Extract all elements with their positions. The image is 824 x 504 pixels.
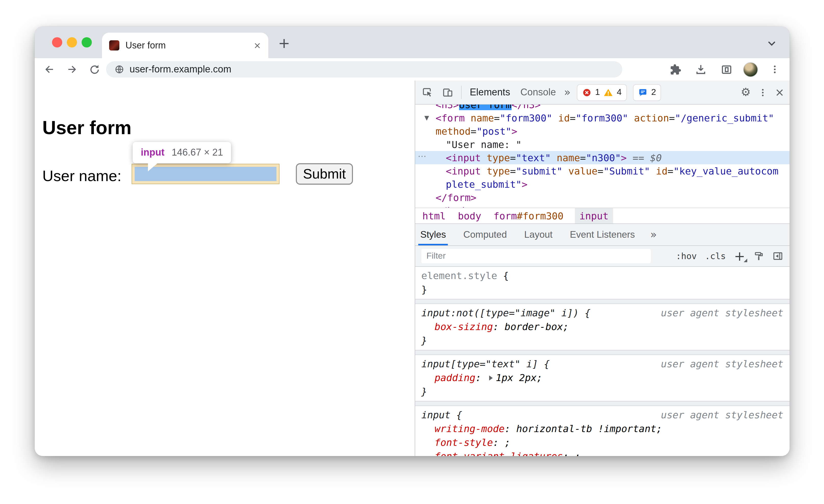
close-window-button[interactable] [52,37,62,47]
url-text: user-form.example.com [129,64,231,75]
dom-tree-line[interactable]: ▼<form name="form300" id="form300" actio… [415,111,790,124]
devtools-menu-icon[interactable] [758,88,767,97]
zoom-window-button[interactable] [82,37,92,47]
tooltip-element-size: 146.67 × 21 [172,147,223,158]
browser-window: User form + [35,26,790,456]
node-menu-icon[interactable]: ⋯ [418,149,426,163]
css-property[interactable]: writing-mode: horizontal-tb !important; [421,422,784,436]
warning-icon [604,88,613,97]
message-count: 2 [651,87,656,97]
dom-tree-line[interactable]: ⋯<input type="text" name="n300"> == $0 [415,151,790,164]
rule-selector: input:not([type="image" i]) { [421,306,590,320]
toggle-classes[interactable]: .cls [705,251,726,261]
css-property[interactable]: font-style: ; [421,436,784,449]
devtools-close-icon[interactable] [775,88,785,97]
message-icon [638,88,647,97]
dom-tree-line[interactable]: </body> [415,204,790,208]
styles-filter-row: :hov .cls + [415,246,790,267]
page-viewport: User form input 146.67 × 21 User name: S… [35,81,415,456]
inspect-tooltip: input 146.67 × 21 [133,142,231,163]
dom-tree-line[interactable]: "User name: " [415,138,790,151]
rule-origin: user agent stylesheet [651,306,784,320]
reload-button[interactable] [86,61,103,78]
style-rule[interactable]: input[type="text" i] {user agent stylesh… [415,355,790,401]
breadcrumb-item[interactable]: html [421,208,447,223]
username-label: User name: [42,167,121,185]
minimize-window-button[interactable] [67,37,77,47]
favicon [109,40,119,51]
window-content: User form input 146.67 × 21 User name: S… [35,81,790,456]
css-property[interactable]: box-sizing: border-box; [421,320,784,334]
devtools-tab-console[interactable]: Console [518,87,558,98]
rule-close-brace: } [421,283,784,296]
site-info-icon[interactable] [114,64,124,75]
profile-avatar[interactable] [743,62,758,77]
section-divider [415,350,790,355]
rule-origin: user agent stylesheet [651,357,784,371]
browser-toolbar: user-form.example.com [35,58,790,81]
dom-tree: <h3>User form</h3>▼<form name="form300" … [415,105,790,208]
screenshot-stage: User form + [0,0,824,504]
rule-close-brace: } [421,385,784,398]
rendering-emulation-icon[interactable] [753,251,764,262]
dom-tree-line[interactable]: method="post"> [415,124,790,138]
side-panel-button[interactable] [718,61,735,78]
style-rule[interactable]: input:not([type="image" i]) {user agent … [415,304,790,350]
breadcrumb-item[interactable]: form#form300 [493,208,564,223]
new-tab-button[interactable]: + [276,35,293,52]
tooltip-element-tag: input [141,147,165,158]
plus-icon: + [734,249,745,263]
dom-tree-line[interactable]: <h3>User form</h3> [415,105,790,111]
toggle-hover-state[interactable]: :hov [676,251,697,261]
submit-button[interactable]: Submit [296,163,353,185]
settings-gear-icon[interactable]: ⚙ [741,87,751,98]
sidebar-tab-layout[interactable]: Layout [522,224,555,245]
more-panels-icon[interactable]: » [564,87,571,98]
breadcrumb-item[interactable]: input [575,208,613,223]
devtools-toolbar: Elements Console » 1 4 2 ⚙ [415,81,790,105]
browser-menu-button[interactable] [766,61,784,78]
plus-icon: + [278,36,290,51]
devtools-tab-elements[interactable]: Elements [468,87,512,98]
sidebar-tab-event-listeners[interactable]: Event Listeners [568,224,637,245]
rule-selector: input { [421,408,462,422]
styles-pane: element.style {}input:not([type="image" … [415,267,790,456]
dom-tree-line[interactable]: plete_submit"> [415,178,790,191]
new-style-rule-button[interactable]: + [734,249,745,263]
sidebar-tabs: StylesComputedLayoutEvent Listeners» [415,223,790,246]
warning-count: 4 [617,87,622,97]
css-property[interactable]: padding: 1px 2px; [421,371,784,385]
style-rule[interactable]: input {user agent stylesheetwriting-mode… [415,406,790,456]
extensions-button[interactable] [666,61,684,78]
rule-origin: user agent stylesheet [651,408,784,422]
downloads-button[interactable] [692,61,710,78]
tooltip-caret [148,163,158,172]
rule-selector: element.style { [421,269,509,283]
sidebar-tab-computed[interactable]: Computed [461,224,509,245]
more-sidebar-tabs-icon[interactable]: » [650,229,657,240]
dom-tree-line[interactable]: </form> [415,191,790,204]
issues-badge[interactable]: 1 4 [577,84,627,101]
style-rule[interactable]: element.style {} [415,267,790,299]
tab-search-chevron-icon[interactable] [765,37,778,50]
messages-badge[interactable]: 2 [633,84,661,101]
collapse-sidebar-icon[interactable] [772,250,784,262]
css-property[interactable]: font-variant-ligatures: ; [421,449,784,456]
device-toolbar-button[interactable] [441,84,455,101]
address-bar[interactable]: user-form.example.com [106,61,622,78]
expand-arrow-icon[interactable]: ▼ [424,111,429,124]
styles-filter-input[interactable] [421,249,651,263]
browser-tab[interactable]: User form [102,33,268,58]
toolbar-right [666,58,784,81]
expand-value-icon[interactable] [489,376,493,381]
error-icon [582,88,592,97]
dom-tree-line[interactable]: <input type="submit" value="Submit" id="… [415,164,790,178]
section-divider [415,299,790,304]
tab-close-icon[interactable] [253,41,261,49]
inspect-element-button[interactable] [420,84,434,101]
forward-button[interactable] [63,61,81,78]
back-button[interactable] [41,61,58,78]
sidebar-tab-styles[interactable]: Styles [418,224,448,245]
breadcrumb-item[interactable]: body [457,208,483,223]
toolbar-separator [461,86,461,99]
